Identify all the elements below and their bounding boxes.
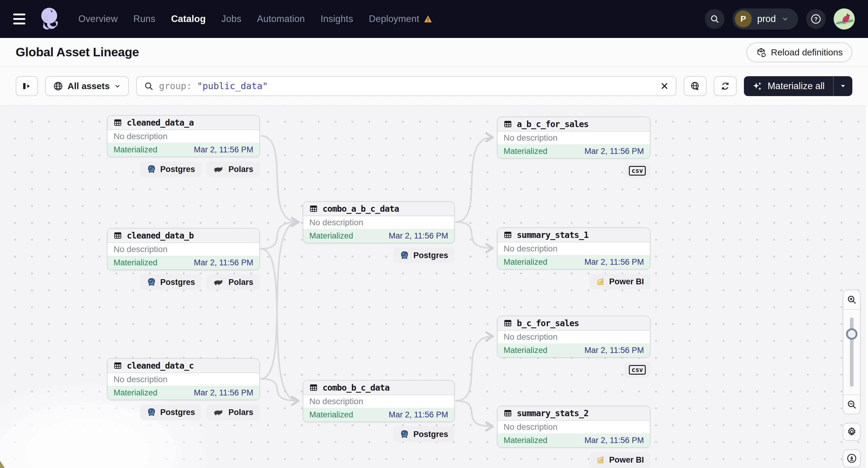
asset-timestamp[interactable]: Mar 2, 11:56 PM	[584, 257, 644, 267]
kind-tag-postgres: Postgres	[140, 404, 202, 420]
search-icon	[144, 81, 154, 91]
nav-item-catalog[interactable]: Catalog	[171, 13, 206, 24]
deployment-switcher[interactable]: P prod	[733, 8, 798, 30]
asset-kind-tags: csv	[497, 163, 651, 179]
asset-timestamp[interactable]: Mar 2, 11:56 PM	[584, 147, 644, 156]
asset-node-header: cleaned_data_c	[107, 359, 259, 373]
asset-status-row: MaterializedMar 2, 11:56 PM	[107, 256, 259, 270]
asset-kind-tags: PostgresPolars	[107, 161, 260, 177]
zoom-out-icon	[847, 399, 857, 410]
zoom-slider-track[interactable]	[850, 317, 854, 387]
asset-node-combo_b_c_data[interactable]: combo_b_c_dataNo descriptionMaterialized…	[303, 380, 455, 422]
kind-tag-label: Postgres	[160, 408, 195, 417]
nav-item-runs[interactable]: Runs	[133, 13, 155, 24]
nav-item-deployment[interactable]: Deployment	[369, 13, 433, 24]
nav-item-automation[interactable]: Automation	[257, 13, 305, 24]
help-button[interactable]: ?	[806, 9, 826, 29]
search-query-prefix: group:	[159, 81, 191, 91]
asset-kind-tags: Postgres	[303, 427, 455, 442]
caret-down-icon	[840, 83, 846, 89]
materialize-options-button[interactable]	[834, 76, 852, 96]
user-avatar[interactable]	[834, 8, 855, 30]
dagster-logo-icon	[38, 6, 62, 32]
asset-description: No description	[107, 243, 259, 256]
asset-node-cleaned_data_b[interactable]: cleaned_data_bNo descriptionMaterialized…	[107, 228, 260, 270]
asset-name: summary_stats_1	[517, 230, 589, 240]
asset-node-a_b_c_for_sales[interactable]: a_b_c_for_salesNo descriptionMaterialize…	[497, 117, 651, 159]
nav-item-label: Jobs	[221, 13, 241, 24]
materialize-all-button[interactable]: Materialize all	[744, 76, 852, 96]
nav-menu: OverviewRunsCatalogJobsAutomationInsight…	[78, 13, 433, 24]
lineage-edge-combo_b_c_data-to-summary_stats_2	[455, 401, 493, 427]
toggle-sidebar-button[interactable]	[16, 76, 38, 96]
asset-timestamp[interactable]: Mar 2, 11:56 PM	[194, 388, 253, 398]
graph-settings-button[interactable]	[843, 423, 861, 441]
asset-timestamp[interactable]: Mar 2, 11:56 PM	[194, 258, 253, 268]
zoom-slider-thumb[interactable]	[846, 328, 858, 340]
new-asset-group-button[interactable]	[684, 76, 707, 96]
nav-item-overview[interactable]: Overview	[78, 13, 118, 24]
gear-icon	[846, 427, 857, 437]
asset-node-summary_stats_2[interactable]: summary_stats_2No descriptionMaterialize…	[497, 406, 651, 448]
asset-name: summary_stats_2	[517, 408, 589, 418]
asset-search-input[interactable]: group:"public_data" ✕	[136, 76, 677, 96]
clear-search-button[interactable]: ✕	[660, 80, 669, 92]
asset-timestamp[interactable]: Mar 2, 11:56 PM	[389, 410, 448, 419]
top-nav: OverviewRunsCatalogJobsAutomationInsight…	[0, 0, 868, 38]
table-icon	[114, 231, 122, 240]
asset-status: Materialized	[503, 257, 548, 267]
lineage-edge-combo_a_b_c_data-to-a_b_c_for_sales	[455, 137, 493, 222]
kind-tag-postgres: Postgres	[393, 248, 455, 263]
asset-status: Materialized	[309, 410, 353, 419]
zoom-slider[interactable]	[843, 310, 860, 395]
asset-description: No description	[498, 243, 650, 255]
asset-timestamp[interactable]: Mar 2, 11:56 PM	[389, 231, 448, 241]
asset-node-cleaned_data_c[interactable]: cleaned_data_cNo descriptionMaterialized…	[107, 358, 260, 400]
asset-timestamp[interactable]: Mar 2, 11:56 PM	[194, 145, 253, 155]
asset-node-combo_a_b_c_data[interactable]: combo_a_b_c_dataNo descriptionMaterializ…	[303, 201, 455, 243]
polars-icon	[213, 408, 224, 416]
asset-status-row: MaterializedMar 2, 11:56 PM	[303, 408, 454, 422]
lineage-graph-canvas[interactable]: cleaned_data_aNo descriptionMaterialized…	[0, 105, 868, 468]
table-icon	[114, 118, 122, 127]
kind-tag-polars: Polars	[206, 161, 260, 177]
help-icon: ?	[810, 13, 822, 25]
panel-expand-icon	[22, 81, 32, 91]
asset-node-summary_stats_1[interactable]: summary_stats_1No descriptionMaterialize…	[497, 227, 651, 270]
asset-status-row: MaterializedMar 2, 11:56 PM	[498, 433, 650, 447]
asset-node-b_c_for_sales[interactable]: b_c_for_salesNo descriptionMaterializedM…	[497, 316, 651, 358]
asset-node-header: cleaned_data_b	[107, 228, 259, 243]
svg-text:?: ?	[814, 16, 818, 22]
zoom-out-button[interactable]	[843, 395, 860, 414]
lineage-edge-combo_a_b_c_data-to-summary_stats_1	[455, 222, 493, 248]
kind-tag-label: Postgres	[160, 165, 195, 174]
asset-timestamp[interactable]: Mar 2, 11:56 PM	[584, 436, 644, 445]
asset-node-cleaned_data_a[interactable]: cleaned_data_aNo descriptionMaterialized…	[107, 115, 260, 157]
asset-status-row: MaterializedMar 2, 11:56 PM	[498, 144, 650, 158]
asset-node-header: cleaned_data_a	[107, 116, 259, 130]
kind-tag-power-bi: Power BI	[589, 452, 651, 468]
asset-name: combo_b_c_data	[322, 383, 390, 393]
powerbi-icon	[596, 455, 605, 464]
asset-scope-dropdown[interactable]: All assets	[45, 76, 129, 96]
kind-tag-label: Postgres	[413, 251, 448, 260]
asset-status: Materialized	[503, 346, 548, 355]
globe-icon	[53, 81, 63, 91]
global-search-button[interactable]	[705, 9, 725, 29]
asset-timestamp[interactable]: Mar 2, 11:56 PM	[584, 346, 644, 355]
polars-icon	[213, 278, 224, 286]
zoom-in-button[interactable]	[843, 290, 860, 310]
asset-name: b_c_for_sales	[517, 318, 579, 328]
download-image-button[interactable]	[843, 449, 861, 467]
lineage-edge-cleaned_data_b-to-combo_a_b_c_data	[260, 222, 299, 249]
table-icon	[503, 231, 512, 239]
reload-definitions-button[interactable]: Reload definitions	[746, 42, 852, 62]
nav-item-insights[interactable]: Insights	[320, 13, 353, 24]
postgres-icon	[400, 251, 409, 260]
search-query-value: "public_data"	[197, 81, 268, 91]
hamburger-menu-icon[interactable]	[13, 10, 30, 27]
nav-item-jobs[interactable]: Jobs	[221, 13, 241, 24]
kind-tag-label: Polars	[228, 165, 253, 174]
asset-description: No description	[107, 130, 259, 143]
refresh-button[interactable]	[714, 76, 737, 96]
